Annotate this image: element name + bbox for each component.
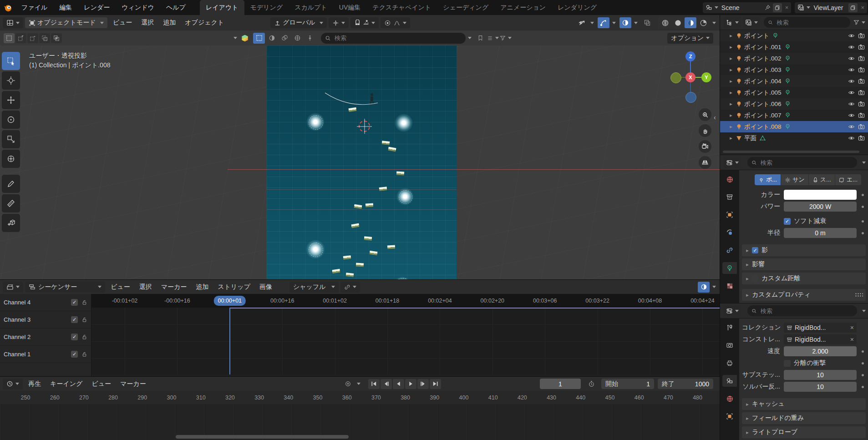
workspace-tab-6[interactable]: アニメーション [494,0,552,15]
viewlayer-delete-button[interactable]: × [861,4,864,11]
soft-falloff-checkbox[interactable]: ✓ [784,218,791,225]
object-name[interactable]: ポイント.007 [744,111,782,120]
scene-selector[interactable]: Scene × [703,2,792,13]
hide-eye-icon[interactable] [848,89,855,96]
timeline-horizontal-scrollbar[interactable] [176,435,349,439]
workspace-tab-2[interactable]: スカルプト [289,0,333,15]
outliner-item-ポイント.007[interactable]: ▸ポイント.007 [720,110,868,121]
channel-lock-icon[interactable] [81,351,87,357]
pin-icon[interactable] [765,5,771,10]
outliner-scrollbar[interactable] [723,151,859,153]
viewlayer-name[interactable]: ViewLayer [813,4,846,11]
channel-mute-checkbox[interactable]: ✓ [71,351,78,358]
disable-render-camera-icon[interactable] [858,112,865,119]
timeline-menu-2[interactable]: ビュー [87,380,116,388]
channel-name[interactable]: Channel 3 [4,316,71,323]
shading-dropdown-chevron[interactable] [712,22,716,24]
workspace-tab-3[interactable]: UV編集 [333,0,366,15]
pivot-point-dropdown[interactable] [329,17,349,28]
tab-object-properties[interactable] [722,410,737,422]
select-mode-new-button[interactable] [4,33,15,43]
timeline-canvas[interactable] [0,404,720,440]
show-gizmo-visibility-dropdown[interactable] [576,17,588,28]
sequencer-overlay-toggle[interactable] [698,282,710,293]
pan-hand-button[interactable] [699,124,711,137]
expand-chevron-icon[interactable]: ▸ [728,33,734,39]
preset-bookmark-button[interactable] [474,33,486,44]
sequencer-menu-4[interactable]: ストリップ [213,283,255,291]
rigidbody-collection-field[interactable]: RigidBod... × [784,323,857,333]
light-type-tab-3[interactable]: エ... [835,174,861,185]
influence-section-header[interactable]: ▸影響 [742,258,866,270]
disable-render-camera-icon[interactable] [858,89,865,96]
expand-chevron-icon[interactable]: ▸ [728,112,734,118]
animate-dot[interactable] [862,350,864,353]
animate-dot[interactable] [862,374,864,376]
new-scene-button[interactable] [773,3,782,12]
field-weights-section-header[interactable]: ▸フィールドの重み [742,412,866,424]
axis-y-button[interactable]: Y [701,72,711,82]
channel-name[interactable]: Channel 4 [4,299,71,306]
properties-options-chevron[interactable] [862,310,866,312]
viewlayer-selector[interactable]: ViewLayer × [795,2,867,13]
workspace-tab-0[interactable]: レイアウト [200,0,244,15]
outliner-item-ポイント[interactable]: ▸ポイント [720,30,868,41]
hide-eye-icon[interactable] [848,32,855,39]
sequencer-editor-type-dropdown[interactable] [3,282,23,293]
rotate-tool[interactable] [2,111,20,129]
object-name[interactable]: 平面 [744,134,756,142]
outliner-search-input[interactable] [776,19,846,26]
jump-to-end-button[interactable] [430,379,441,389]
editor-type-dropdown[interactable] [3,17,23,28]
sequencer-view-type-dropdown[interactable]: シーケンサー [25,282,105,293]
expand-chevron-icon[interactable]: ▸ [728,124,734,130]
disable-render-camera-icon[interactable] [858,66,865,73]
light-probes-section-header[interactable]: ▸ライトプローブ [742,426,866,438]
transform-orientation-dropdown[interactable]: グローバル [270,17,326,28]
hide-eye-icon[interactable] [848,135,855,142]
move-tool[interactable] [2,91,20,109]
viewport-canvas[interactable]: ユーザー・透視投影 (1) Collection | ポイント.008 Z X … [0,46,720,279]
play-reverse-button[interactable] [393,379,404,389]
expand-chevron-icon[interactable]: ▸ [728,56,734,61]
measure-tool[interactable] [2,194,20,212]
custom-distance-checkbox[interactable]: ✓ [752,275,758,282]
channel-lock-icon[interactable] [81,317,87,323]
shading-wireframe-button[interactable] [659,17,671,28]
object-name[interactable]: ポイント.002 [744,55,782,63]
channel-lock-icon[interactable] [81,334,87,340]
animate-dot[interactable] [862,232,864,234]
shadow-checkbox[interactable]: ✓ [752,247,758,253]
substeps-field[interactable]: 10 [784,370,857,380]
overlays-toggle[interactable] [619,17,631,28]
proportional-editing-dropdown[interactable] [381,17,410,28]
outliner-item-ポイント.002[interactable]: ▸ポイント.002 [720,53,868,64]
tab-object-properties[interactable] [722,209,737,221]
tab-texture-properties[interactable] [722,280,737,292]
expand-chevron-icon[interactable]: ▸ [728,135,734,141]
disable-render-camera-icon[interactable] [858,55,865,62]
viewport-menu-2[interactable]: 追加 [158,19,180,27]
select-mode-invert-button[interactable] [39,33,50,43]
tool-option-2-button[interactable] [279,33,290,44]
animate-dot[interactable] [862,386,864,388]
select-box-tool[interactable] [2,52,20,70]
disable-render-camera-icon[interactable] [858,32,865,39]
speed-slider[interactable]: 2.000 [784,346,857,356]
scale-tool[interactable] [2,130,20,148]
rigidbody-constraints-field[interactable]: RigidBod... × [784,334,857,344]
tool-header-chevron[interactable] [233,37,237,39]
previous-keyframe-button[interactable] [381,379,392,389]
object-name[interactable]: ポイント.008 [744,123,782,131]
tool-search-input[interactable] [334,34,462,42]
outliner-display-mode-dropdown[interactable] [743,17,760,28]
hide-eye-icon[interactable] [848,55,855,62]
sequencer-overlay-chevron[interactable] [712,286,716,288]
axis-x-button[interactable]: X [685,72,695,82]
custom-properties-section-header[interactable]: ▸カスタムプロパティ [742,289,866,301]
light-type-tab-2[interactable]: ス... [809,174,835,185]
options-dropdown[interactable]: オプション [667,33,713,44]
object-name[interactable]: ポイント.006 [744,100,782,108]
disable-render-camera-icon[interactable] [858,101,865,107]
select-mode-subtract-button[interactable] [27,33,38,43]
